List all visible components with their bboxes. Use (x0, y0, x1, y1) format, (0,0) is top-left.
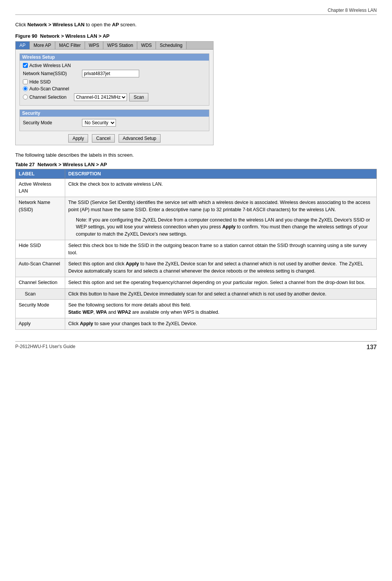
row-label: Scan (16, 288, 65, 300)
tab-wds[interactable]: WDS (137, 42, 156, 49)
ssid-note: Note: If you are configuring the ZyXEL D… (76, 217, 373, 238)
network-name-row: Network Name(SSID) (23, 70, 206, 77)
hide-ssid-row: Hide SSID (23, 79, 206, 85)
scan-button[interactable]: Scan (129, 93, 148, 101)
channel-selection-radio[interactable] (23, 95, 28, 100)
network-name-label: Network Name(SSID) (23, 71, 82, 76)
network-name-value (82, 70, 139, 77)
row-desc: Click this button to have the ZyXEL Devi… (65, 288, 377, 300)
channel-selection-label: Channel Selection (29, 95, 66, 100)
chapter-header: Chapter 8 Wireless LAN (15, 8, 377, 15)
intro-bold2: AP (112, 22, 119, 27)
row-label: Network Name (SSID) (16, 197, 65, 240)
row-desc: Click Apply to save your changes back to… (65, 318, 377, 329)
table-row: Hide SSID Select this check box to hide … (16, 240, 377, 258)
action-buttons: Apply Cancel Advanced Setup (16, 134, 213, 143)
row-label: Channel Selection (16, 277, 65, 288)
tab-ap[interactable]: AP (16, 42, 30, 49)
ap-panel: AP More AP MAC Filter WPS WPS Station WD… (15, 41, 214, 145)
security-mode-select[interactable]: No Security Static WEP WPA WPA2 (82, 119, 116, 127)
auto-scan-label: Auto-Scan Channel (29, 86, 69, 91)
tab-wps-station[interactable]: WPS Station (103, 42, 137, 49)
row-desc: Select this option and click Apply to ha… (65, 258, 377, 277)
ap-tabs: AP More AP MAC Filter WPS WPS Station WD… (16, 42, 213, 50)
table-row: Security Mode See the following sections… (16, 300, 377, 318)
security-mode-label: Security Mode (23, 120, 82, 125)
auto-scan-row: Auto-Scan Channel (23, 86, 206, 91)
channel-selection-row: Channel Selection Channel-01 2412MHz Cha… (23, 93, 206, 101)
footer: P-2612HWU-F1 User's Guide 137 (15, 341, 377, 351)
row-desc: Click the check box to activate wireless… (65, 178, 377, 197)
col-label: LABEL (16, 169, 65, 178)
active-wireless-label: Active Wireless LAN (29, 63, 71, 68)
row-label: Security Mode (16, 300, 65, 318)
security-mode-value: No Security Static WEP WPA WPA2 (82, 119, 116, 127)
intro-text1: Click (15, 22, 27, 27)
row-desc: Select this option and set the operating… (65, 277, 377, 288)
intro-text3: screen. (119, 22, 137, 27)
apply-button[interactable]: Apply (68, 134, 88, 143)
ssid-input[interactable] (82, 70, 139, 77)
description-table: LABEL DESCRIPTION Active Wireless LAN Cl… (15, 169, 377, 330)
channel-select[interactable]: Channel-01 2412MHz Channel-02 2417MHz Ch… (74, 93, 127, 101)
table-row: Auto-Scan Channel Select this option and… (16, 258, 377, 277)
tab-scheduling[interactable]: Scheduling (156, 42, 186, 49)
row-label: Hide SSID (16, 240, 65, 258)
table-row: Active Wireless LAN Click the check box … (16, 178, 377, 197)
wireless-setup-section: Wireless Setup Active Wireless LAN Netwo… (19, 53, 209, 106)
auto-scan-radio[interactable] (23, 86, 28, 91)
scan-controls: Channel-01 2412MHz Channel-02 2417MHz Ch… (74, 93, 148, 101)
following-text: The following table describes the labels… (15, 152, 377, 158)
hide-ssid-label: Hide SSID (29, 79, 51, 85)
active-wireless-checkbox[interactable] (23, 63, 28, 68)
hide-ssid-checkbox[interactable] (23, 79, 28, 84)
security-section: Security Security Mode No Security Stati… (19, 109, 209, 131)
footer-left: P-2612HWU-F1 User's Guide (15, 344, 76, 351)
advanced-setup-button[interactable]: Advanced Setup (119, 134, 161, 143)
footer-right: 137 (366, 344, 377, 351)
table-row: Channel Selection Select this option and… (16, 277, 377, 288)
wireless-setup-title: Wireless Setup (20, 54, 209, 61)
intro-paragraph: Click Network > Wireless LAN to open the… (15, 21, 377, 29)
col-desc: DESCRIPTION (65, 169, 377, 178)
chapter-title: Chapter 8 Wireless LAN (328, 8, 377, 13)
row-desc: The SSID (Service Set IDentity) identifi… (65, 197, 377, 240)
active-wireless-row: Active Wireless LAN (23, 63, 206, 68)
row-label: Active Wireless LAN (16, 178, 65, 197)
row-desc: Select this check box to hide the SSID i… (65, 240, 377, 258)
tab-wps[interactable]: WPS (85, 42, 103, 49)
intro-text2: to open the (85, 22, 112, 27)
cancel-button[interactable]: Cancel (92, 134, 114, 143)
figure-title: Figure 90 Network > Wireless LAN > AP (15, 33, 377, 39)
table-row: Network Name (SSID) The SSID (Service Se… (16, 197, 377, 240)
row-label: Auto-Scan Channel (16, 258, 65, 277)
tab-mac-filter[interactable]: MAC Filter (55, 42, 85, 49)
intro-bold1: Network > Wireless LAN (27, 22, 85, 27)
table-row: Apply Click Apply to save your changes b… (16, 318, 377, 329)
security-title: Security (20, 110, 209, 117)
table-row: Scan Click this button to have the ZyXEL… (16, 288, 377, 300)
row-label: Apply (16, 318, 65, 329)
security-mode-row: Security Mode No Security Static WEP WPA… (23, 119, 206, 127)
row-desc: See the following sections for more deta… (65, 300, 377, 318)
tab-more-ap[interactable]: More AP (30, 42, 55, 49)
table-title: Table 27 Network > Wireless LAN > AP (15, 162, 377, 167)
